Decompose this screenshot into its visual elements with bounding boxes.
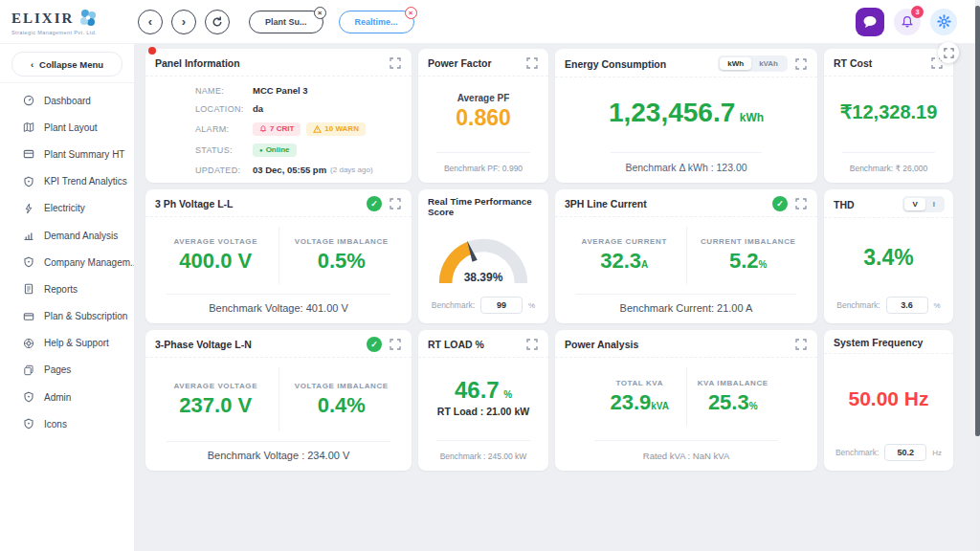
thd-value: 3.4% xyxy=(863,245,913,271)
bell-icon xyxy=(259,125,267,133)
tab-plant-summary-close-icon[interactable]: × xyxy=(314,7,326,19)
benchmark-label: Benchmark: xyxy=(835,448,879,457)
refresh-icon xyxy=(211,15,224,29)
warning-alarm-badge[interactable]: 10 WARN xyxy=(306,122,366,136)
sidebar-item-plant-summary-ht[interactable]: Plant Summary HT xyxy=(0,141,134,167)
sidebar-item-icons[interactable]: Icons xyxy=(0,410,134,437)
map-icon xyxy=(23,121,34,133)
tab-plant-summary[interactable]: Plant Su... × xyxy=(249,11,323,33)
frequency-value: 50.00 Hz xyxy=(848,387,928,410)
card-title: Real Time Performance Score xyxy=(428,196,540,217)
sidebar-item-demand-analysis[interactable]: Demand Analysis xyxy=(0,222,134,249)
sidebar-item-electricity[interactable]: Electricity xyxy=(0,195,134,222)
avg-voltage-label: AVERAGE VOLTAGE xyxy=(153,382,278,390)
expand-icon[interactable] xyxy=(793,56,809,72)
toggle-kwh[interactable]: kWh xyxy=(720,57,751,70)
healthy-check-icon: ✓ xyxy=(772,196,788,211)
card-performance-score: Real Time Performance Score 38.39% Bench… xyxy=(418,189,548,323)
healthy-check-icon: ✓ xyxy=(367,337,382,352)
benchmark-text: Rated kVA : NaN kVA xyxy=(643,451,729,461)
benchmark-text: Benchmark Δ kWh : 123.00 xyxy=(625,162,746,173)
chat-bubble-icon xyxy=(861,14,879,30)
name-value: MCC Panel 3 xyxy=(253,85,308,96)
benchmark-unit: % xyxy=(528,301,535,310)
shield-icon xyxy=(23,256,34,268)
benchmark-text: Benchmark PF: 0.990 xyxy=(444,164,523,173)
toggle-current[interactable]: I xyxy=(925,198,943,210)
sidebar-divider xyxy=(0,82,134,83)
nav-refresh-button[interactable] xyxy=(205,10,230,34)
scrollbar-thumb[interactable] xyxy=(975,6,980,436)
critical-alarm-badge[interactable]: 7 CRIT xyxy=(253,122,301,136)
sidebar-item-plant-layout[interactable]: Plant Layout xyxy=(0,114,134,141)
total-kva-value: 23.9kVA xyxy=(593,390,686,415)
rt-load-value: 46.7 xyxy=(455,377,500,403)
voltage-imbalance-label: VOLTAGE IMBALANCE xyxy=(279,237,405,246)
brand-tagline: Strategic Management Pvt. Ltd. xyxy=(11,30,122,35)
benchmark-text: Benchmark : 245.00 kW xyxy=(440,452,527,461)
benchmark-input[interactable] xyxy=(884,444,926,461)
thd-mode-toggle: V I xyxy=(902,196,945,212)
card-rt-cost: RT Cost ₹12,328.19 Benchmark: ₹ 26,000 xyxy=(824,49,953,183)
online-dot-icon: ● xyxy=(259,147,263,153)
sidebar-item-kpi-trend-analytics[interactable]: KPI Trend Analytics xyxy=(0,168,134,195)
benchmark-text: Benchmark Voltage: 401.00 V xyxy=(209,302,348,314)
card-panel-information: Panel Information NAME: MCC Panel 3 LOCA… xyxy=(145,49,412,183)
bell-icon xyxy=(901,15,914,29)
shield-icon xyxy=(23,418,34,430)
sidebar-item-help-support[interactable]: Help & Support xyxy=(0,330,134,357)
benchmark-input[interactable] xyxy=(480,297,523,314)
vertical-scrollbar[interactable] xyxy=(975,0,980,551)
location-value: da xyxy=(253,103,263,114)
collapse-chevron-icon: ‹ xyxy=(31,59,33,70)
card-title: RT LOAD % xyxy=(428,339,484,350)
avg-voltage-value: 237.0 V xyxy=(153,393,278,418)
sidebar-item-dashboard[interactable]: Dashboard xyxy=(0,87,134,114)
sidebar-item-reports[interactable]: Reports xyxy=(0,276,134,302)
card-title: THD xyxy=(834,199,855,210)
benchmark-input[interactable] xyxy=(886,297,928,314)
nav-back-button[interactable]: ‹ xyxy=(138,10,163,34)
energy-value: 1,23,456.7 xyxy=(609,98,735,127)
expand-icon[interactable] xyxy=(793,196,809,211)
top-header: ELIXIR Strategic Management Pvt. Ltd. ‹ … xyxy=(0,0,980,44)
nav-forward-button[interactable]: › xyxy=(171,10,196,34)
kva-imbalance-label: KVA IMBALANCE xyxy=(687,379,780,387)
expand-icon[interactable] xyxy=(388,337,403,352)
card-title: Power Analysis xyxy=(565,339,638,350)
rt-cost-value: ₹12,328.19 xyxy=(840,100,938,123)
expand-icon[interactable] xyxy=(388,196,403,211)
kva-imbalance-value: 25.3% xyxy=(687,390,780,415)
toggle-kvah[interactable]: kVAh xyxy=(751,57,786,70)
voltage-imbalance-value: 0.5% xyxy=(279,249,405,274)
tab-realtime[interactable]: Realtime... × xyxy=(339,11,414,33)
chat-button[interactable] xyxy=(856,8,884,36)
total-kva-unit: kVA xyxy=(651,401,669,411)
tab-realtime-close-icon[interactable]: × xyxy=(405,7,417,19)
expand-icon[interactable] xyxy=(524,337,540,352)
sidebar-item-admin[interactable]: Admin xyxy=(0,384,134,410)
sidebar-item-pages[interactable]: Pages xyxy=(0,357,134,384)
settings-button[interactable] xyxy=(930,9,957,35)
sidebar-item-plan-subscription[interactable]: Plan & Subscription xyxy=(0,303,134,330)
collapse-menu-button[interactable]: ‹ Collapse Menu xyxy=(11,52,122,77)
expand-icon[interactable] xyxy=(388,55,403,71)
energy-unit: kWh xyxy=(740,111,764,124)
card-line-current: 3PH Line Current ✓ AVERAGE CURRENT 32.3A… xyxy=(555,189,817,323)
tab-realtime-label: Realtime... xyxy=(355,17,398,27)
benchmark-unit: % xyxy=(934,301,941,310)
rt-load-unit: % xyxy=(503,389,512,400)
toggle-voltage[interactable]: V xyxy=(904,198,924,210)
avg-current-label: AVERAGE CURRENT xyxy=(563,237,686,246)
expand-icon[interactable] xyxy=(793,337,809,352)
voltage-imbalance-label: VOLTAGE IMBALANCE xyxy=(279,382,405,390)
expand-icon[interactable] xyxy=(524,55,540,71)
sidebar-item-company-management[interactable]: Company Managem... xyxy=(0,249,134,276)
shield-icon xyxy=(23,391,34,403)
page-fullscreen-button[interactable] xyxy=(938,42,959,63)
average-pf-value: 0.860 xyxy=(456,105,511,131)
avg-current-unit: A xyxy=(641,259,648,270)
card-title: 3-Phase Voltage L-N xyxy=(155,339,252,350)
chart-icon xyxy=(23,230,34,241)
notifications-button[interactable]: 3 xyxy=(894,9,921,35)
